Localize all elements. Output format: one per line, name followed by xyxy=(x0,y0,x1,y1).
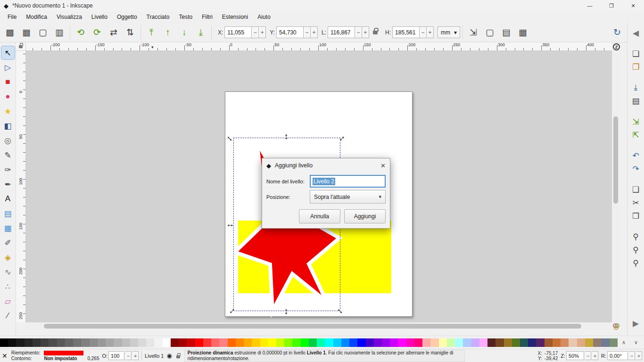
quick-zoom-icon[interactable]: Z xyxy=(613,43,620,50)
flip-vertical-icon[interactable]: ⇅ xyxy=(122,25,138,40)
palette-swatch[interactable] xyxy=(317,338,325,347)
palette-swatch[interactable] xyxy=(463,338,471,347)
palette-swatch[interactable] xyxy=(65,338,73,347)
menu-item-filtri[interactable]: Filtri xyxy=(197,12,217,22)
palette-swatch[interactable] xyxy=(179,338,187,347)
dropper-tool[interactable]: ✐ xyxy=(1,236,15,249)
ellipse-tool[interactable]: ● xyxy=(1,90,15,103)
palette-swatch[interactable] xyxy=(122,338,130,347)
palette-swatch[interactable] xyxy=(16,338,24,347)
palette-swatch[interactable] xyxy=(512,338,520,347)
x-decrement-button[interactable]: − xyxy=(252,26,259,38)
text-tool[interactable]: A xyxy=(1,192,15,206)
calligraphy-tool[interactable]: ✒ xyxy=(1,178,15,191)
height-field[interactable]: 185,561 xyxy=(392,26,420,38)
palette-swatch[interactable] xyxy=(455,338,463,347)
palette-swatch[interactable] xyxy=(57,338,65,347)
y-decrement-button[interactable]: − xyxy=(304,26,311,38)
palette-swatch[interactable] xyxy=(357,338,365,347)
palette-swatch[interactable] xyxy=(25,338,33,347)
palette-swatch[interactable] xyxy=(252,338,260,347)
select-all-layers-icon[interactable]: ▦ xyxy=(18,25,34,40)
layer-position-dropdown[interactable]: Sopra l'attuale ▾ xyxy=(310,190,386,204)
pen-tool[interactable]: ✑ xyxy=(1,163,15,176)
palette-swatch[interactable] xyxy=(495,338,504,347)
open-document-icon[interactable]: ❐ xyxy=(629,60,643,74)
palette-swatch[interactable] xyxy=(447,338,455,347)
menu-item-modifica[interactable]: Modifica xyxy=(21,12,52,22)
palette-swatch[interactable] xyxy=(106,338,114,347)
palette-swatch[interactable] xyxy=(284,338,292,347)
close-button[interactable]: ✕ xyxy=(622,0,644,11)
vertical-scrollbar-thumb[interactable] xyxy=(613,116,618,204)
lock-ratio-icon[interactable] xyxy=(373,31,378,34)
selection-touch-icon[interactable]: ▥ xyxy=(51,25,67,40)
opacity-field[interactable]: 100 xyxy=(108,351,124,360)
palette-swatch[interactable] xyxy=(585,338,593,347)
box3d-tool[interactable]: ◧ xyxy=(1,119,15,132)
layer-lock-icon[interactable] xyxy=(176,355,180,358)
palette-swatch[interactable] xyxy=(561,338,569,347)
tweak-tool[interactable]: ∿ xyxy=(1,265,15,279)
palette-swatch[interactable] xyxy=(382,338,390,347)
palette-swatch[interactable] xyxy=(593,338,601,347)
opacity-decrement-button[interactable]: − xyxy=(125,351,132,360)
undo-icon[interactable]: ↶ xyxy=(629,149,643,162)
palette-swatch[interactable] xyxy=(553,338,561,347)
palette-swatch[interactable] xyxy=(301,338,309,347)
selection-handle-top-center[interactable]: ↕ xyxy=(284,132,289,140)
select-all-icon[interactable]: ▩ xyxy=(2,25,18,40)
palette-swatch[interactable] xyxy=(309,338,317,347)
palette-swatch[interactable] xyxy=(219,338,227,347)
lock-guides-icon[interactable] xyxy=(19,45,23,48)
zoom-drawing-icon[interactable]: ⚲ xyxy=(629,243,643,256)
palette-swatch[interactable] xyxy=(366,338,374,347)
palette-swatch[interactable] xyxy=(569,338,577,347)
x-field[interactable]: 11,055 xyxy=(224,26,252,38)
palette-swatch[interactable] xyxy=(479,338,487,347)
menu-item-file[interactable]: File xyxy=(3,12,21,22)
palette-swatch[interactable] xyxy=(244,338,252,347)
x-increment-button[interactable]: + xyxy=(259,26,266,38)
menu-item-oggetto[interactable]: Oggetto xyxy=(112,12,142,22)
commands-bar-expand-icon[interactable]: ▶ xyxy=(629,317,643,330)
palette-swatch[interactable] xyxy=(577,338,585,347)
rotate-ccw-icon[interactable]: ⟲ xyxy=(73,25,89,40)
palette-swatch[interactable] xyxy=(8,338,16,347)
palette-swatch[interactable] xyxy=(471,338,479,347)
horizontal-scrollbar-thumb[interactable] xyxy=(44,324,581,329)
paint-bucket-tool[interactable]: ◈ xyxy=(1,251,15,264)
palette-swatch[interactable] xyxy=(163,338,171,347)
unit-dropdown[interactable]: mm ▾ xyxy=(438,26,460,38)
palette-swatch[interactable] xyxy=(73,338,81,347)
palette-swatch[interactable] xyxy=(195,338,203,347)
snapping-toggle-icon[interactable]: ↻ xyxy=(609,25,625,40)
horizontal-scrollbar[interactable] xyxy=(26,322,612,330)
zoom-page-icon[interactable]: ⚲ xyxy=(629,256,643,270)
rotate-cw-icon[interactable]: ⟳ xyxy=(89,25,105,40)
color-management-icon[interactable] xyxy=(612,323,620,331)
scale-stroke-toggle-icon[interactable]: ⇲ xyxy=(465,25,481,40)
palette-swatch[interactable] xyxy=(130,338,138,347)
selector-tool[interactable]: ↖ xyxy=(1,46,15,59)
palette-swatch[interactable] xyxy=(504,338,512,347)
selection-handle-bottom-center[interactable]: ↕ xyxy=(284,307,289,315)
zoom-increment-button[interactable]: + xyxy=(592,351,598,360)
palette-swatch[interactable] xyxy=(211,338,219,347)
palette-swatch[interactable] xyxy=(333,338,341,347)
commands-bar-collapse-icon[interactable]: ◀ xyxy=(629,26,643,40)
vertical-ruler[interactable]: 050100150200250 xyxy=(16,51,26,322)
opacity-increment-button[interactable]: + xyxy=(132,351,139,360)
pencil-tool[interactable]: ✎ xyxy=(1,148,15,162)
menu-item-visualizza[interactable]: Visualizza xyxy=(52,12,87,22)
palette-swatch[interactable] xyxy=(90,338,98,347)
star-tool[interactable]: ★ xyxy=(1,105,15,118)
palette-swatch[interactable] xyxy=(146,338,154,347)
restore-button[interactable]: ❐ xyxy=(601,0,622,11)
width-decrement-button[interactable]: − xyxy=(355,26,362,38)
move-patterns-toggle-icon[interactable]: ▦ xyxy=(515,25,531,40)
palette-swatch[interactable] xyxy=(349,338,357,347)
height-increment-button[interactable]: + xyxy=(427,26,434,38)
lower-icon[interactable]: ↓ xyxy=(176,25,192,40)
raise-icon[interactable]: ↑ xyxy=(160,25,176,40)
